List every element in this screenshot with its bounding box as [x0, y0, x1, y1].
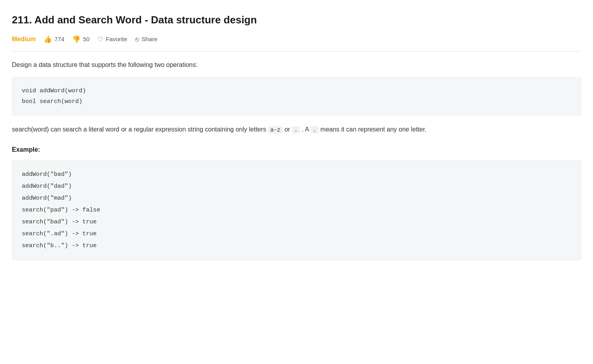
favorite-button[interactable]: ♡ Favorite: [97, 34, 127, 45]
inline-code-dot1: .: [292, 126, 300, 133]
share-label: Share: [141, 34, 157, 44]
example-line-5: search("bad") -> true: [22, 216, 571, 228]
share-button[interactable]: ⎋ Share: [135, 34, 157, 45]
problem-title: 211. Add and Search Word - Data structur…: [12, 12, 581, 29]
search-description: search(word) can search a literal word o…: [12, 124, 581, 135]
code-line-1: void addWord(word): [22, 86, 571, 96]
description-text: Design a data structure that supports th…: [12, 59, 581, 70]
example-heading: Example:: [12, 145, 581, 155]
favorite-label: Favorite: [106, 34, 127, 44]
example-line-7: search("b..") -> true: [22, 240, 571, 252]
thumbs-down-icon: 👎: [72, 34, 80, 45]
heart-icon: ♡: [97, 34, 103, 45]
example-code-block: addWord("bad") addWord("dad") addWord("m…: [12, 160, 581, 260]
inline-code-az: a-z: [268, 126, 283, 133]
share-icon: ⎋: [135, 34, 139, 45]
like-count: 774: [54, 34, 64, 44]
example-line-2: addWord("dad"): [22, 181, 571, 192]
inline-code-dot2: .: [311, 126, 318, 133]
operations-code-block: void addWord(word) bool search(word): [12, 77, 581, 115]
example-line-1: addWord("bad"): [22, 169, 571, 181]
search-desc-before: search(word) can search a literal word o…: [12, 126, 266, 133]
dislike-button[interactable]: 👎 50: [72, 34, 90, 45]
thumbs-up-icon: 👍: [44, 34, 52, 45]
page-container: 211. Add and Search Word - Data structur…: [0, 0, 593, 364]
meta-row: Medium 👍 774 👎 50 ♡ Favorite ⎋ Share: [12, 34, 581, 51]
dislike-count: 50: [83, 34, 90, 44]
search-desc-a: . A: [302, 126, 311, 133]
search-desc-or: or: [284, 126, 292, 133]
search-desc-end: means it can represent any one letter.: [320, 126, 427, 133]
example-line-4: search("pad") -> false: [22, 204, 571, 216]
code-line-2: bool search(word): [22, 96, 571, 107]
difficulty-badge: Medium: [12, 34, 36, 44]
example-line-3: addWord("mad"): [22, 192, 571, 204]
example-line-6: search(".ad") -> true: [22, 228, 571, 240]
like-button[interactable]: 👍 774: [44, 34, 64, 45]
